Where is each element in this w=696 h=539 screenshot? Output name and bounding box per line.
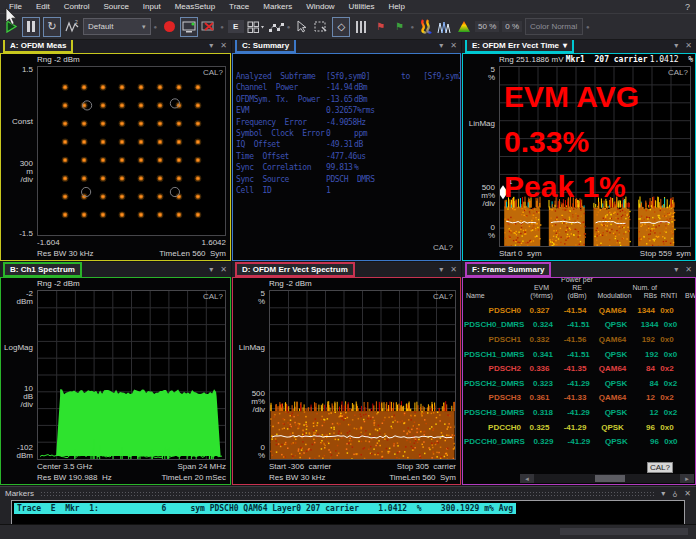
panel-close-icon[interactable]: ✕: [220, 265, 227, 274]
menu-edit[interactable]: Edit: [29, 2, 57, 11]
panel-menu-caret-icon[interactable]: ▾: [674, 265, 678, 274]
density-button[interactable]: [456, 18, 472, 36]
table-row[interactable]: PDSCH00.327-41.54QAM6413440x0: [464, 303, 694, 318]
persistence-button[interactable]: [437, 18, 453, 36]
panel-tab-a[interactable]: A: OFDM Meas: [3, 38, 73, 53]
column-header[interactable]: Power per RE (dBm): [557, 277, 597, 300]
display-on-button[interactable]: [180, 17, 198, 37]
scroll-left-icon[interactable]: ◄: [520, 474, 534, 483]
play-button[interactable]: [3, 18, 19, 36]
panel-footer: Res BW 190.988 HzTimeLen 20 mSec: [37, 473, 226, 482]
panel-menu-caret-icon[interactable]: ▾: [209, 41, 213, 50]
constellation-plot[interactable]: [37, 66, 226, 236]
menu-source[interactable]: Source: [96, 2, 135, 11]
column-header[interactable]: Name: [464, 292, 526, 300]
table-row[interactable]: PDSCH20.336-41.35QAM64840x2: [464, 361, 694, 376]
markers-menu-caret-icon[interactable]: ▾: [661, 489, 665, 498]
table-row[interactable]: PDCCH00.325-41.29QPSK960x0: [464, 420, 694, 435]
pause-button[interactable]: [22, 17, 40, 37]
table-header-row: NameEVM (%rms)Power per RE (dBm)Modulati…: [464, 280, 694, 300]
err-vect-spectrum-plot[interactable]: [269, 290, 456, 460]
trace-format-label: LinMag: [233, 344, 265, 352]
panel-tab-b[interactable]: B: Ch1 Spectrum: [3, 262, 82, 277]
panel-tab-c[interactable]: C: Summary: [235, 38, 296, 53]
panel-tab-d[interactable]: D: OFDM Err Vect Spectrum: [235, 262, 355, 277]
y-axis-bottom-label: 0%: [233, 444, 265, 460]
x-axis-labels: Start -306 carrierStop 305 carrier: [269, 462, 456, 471]
panel-menu-caret-icon[interactable]: ▾: [439, 265, 443, 274]
trace-format-label: LinMag: [463, 120, 495, 128]
marker-flag-red-button[interactable]: ⚑: [372, 18, 388, 36]
spectrogram-button[interactable]: [418, 18, 434, 36]
panel-menu-caret-icon[interactable]: ▾: [209, 265, 213, 274]
table-row[interactable]: PDSCH0_DMRS0.324-41.51QPSK13440x0: [464, 318, 694, 333]
y-axis-top-label: 5%: [463, 66, 495, 82]
column-header[interactable]: BW: [681, 292, 696, 300]
help-icon[interactable]: ?: [685, 2, 690, 12]
menu-markers[interactable]: Markers: [256, 2, 299, 11]
panel-close-icon[interactable]: ✕: [450, 41, 457, 50]
measurement-e-button[interactable]: E: [228, 20, 244, 33]
chevron-down-icon: ▾: [142, 23, 146, 31]
menu-bar: FileEditControlSourceInputMeasSetupTrace…: [0, 0, 696, 13]
summary-row: Symbol Clock Error0ppm: [236, 129, 458, 140]
panel-menu-caret-icon[interactable]: ▾: [439, 41, 443, 50]
select-cursor-button[interactable]: [294, 18, 310, 36]
trace-format-label: LogMag: [1, 344, 33, 352]
table-row[interactable]: PDSCH2_DMRS0.323-41.29QPSK840x2: [464, 376, 694, 391]
zoom-select-button[interactable]: [313, 18, 329, 36]
scrollbar-track[interactable]: [534, 474, 680, 483]
restart-button[interactable]: ↻: [43, 17, 61, 37]
table-row[interactable]: PDSCH1_DMRS0.341-41.51QPSK1920x0: [464, 347, 694, 362]
column-header[interactable]: EVM (%rms): [526, 284, 557, 300]
marker-lines-button[interactable]: [353, 18, 369, 36]
menu-trace[interactable]: Trace: [222, 2, 256, 11]
y-axis-bottom-label: 0%: [463, 224, 495, 240]
panel-close-icon[interactable]: ✕: [685, 41, 692, 50]
preset-dropdown[interactable]: Default ▾: [83, 18, 151, 35]
svg-text:2: 2: [75, 20, 78, 25]
panel-tab-e[interactable]: E: OFDM Err Vect Time▾: [465, 38, 574, 53]
y-axis-scale-label: 500m%/div: [233, 390, 265, 414]
horizontal-scrollbar[interactable]: ◄ ►: [520, 474, 694, 483]
marker-row[interactable]: Trace E Mkr 1: 6 sym PDSCH0 QAM64 Layer0…: [14, 503, 516, 514]
menu-help[interactable]: Help: [381, 2, 411, 11]
column-header[interactable]: Modulation: [597, 292, 632, 300]
spectrum-plot[interactable]: [37, 290, 226, 460]
marker-diamond-button[interactable]: ◇: [332, 17, 350, 37]
panel-tab-f[interactable]: F: Frame Summary: [465, 262, 551, 277]
panel-close-icon[interactable]: ✕: [685, 265, 692, 274]
column-header[interactable]: RNTI: [657, 292, 681, 300]
menu-input[interactable]: Input: [136, 2, 168, 11]
column-header[interactable]: Num. of RBs: [632, 284, 657, 300]
markers-close-icon[interactable]: ✕: [684, 489, 691, 498]
menu-control[interactable]: Control: [57, 2, 97, 11]
panel-menu-caret-icon[interactable]: ▾: [674, 41, 678, 50]
menu-file[interactable]: File: [2, 2, 29, 11]
panel-summary: C: Summary ▾✕ Analyzed Subframe[Sf0,sym0…: [232, 38, 461, 261]
persistence-pct[interactable]: 50 %: [475, 21, 499, 32]
y-axis-bottom-label: -1.5: [1, 230, 33, 238]
table-row[interactable]: PDSCH3_DMRS0.318-41.29QPSK120x2: [464, 405, 694, 420]
threshold-pct[interactable]: 0 %: [502, 21, 522, 32]
table-row[interactable]: PDCCH0_DMRS0.329-41.29QPSK960x0: [464, 434, 694, 449]
table-row[interactable]: PDSCH30.361-41.33QAM64120x2: [464, 391, 694, 406]
scrollbar-thumb[interactable]: [595, 475, 624, 482]
x-axis-labels: Start 0 symStop 559 sym: [499, 249, 691, 258]
display-off-button[interactable]: [201, 18, 217, 36]
panel-close-icon[interactable]: ✕: [220, 41, 227, 50]
marker-flag-green-button[interactable]: ⚑: [391, 18, 407, 36]
scroll-right-icon[interactable]: ►: [680, 474, 694, 483]
menu-meassetup[interactable]: MeasSetup: [168, 2, 222, 11]
table-row[interactable]: PDSCH10.332-41.56QAM641920x0: [464, 332, 694, 347]
layout-grid-button[interactable]: [247, 18, 265, 36]
panel-close-icon[interactable]: ✕: [450, 265, 457, 274]
panel-body: Rng 251.1886 mV Mkr1 207 carrier 1.0412 …: [462, 53, 696, 261]
markers-pin-icon[interactable]: ⚲: [672, 489, 677, 498]
sweep-settings-button[interactable]: 2: [64, 18, 80, 36]
menu-utilities[interactable]: Utilities: [342, 2, 382, 11]
trace-points-button[interactable]: [268, 18, 284, 36]
color-mode-dropdown[interactable]: Color Normal: [525, 18, 583, 35]
record-button[interactable]: [161, 18, 177, 36]
menu-window[interactable]: Window: [299, 2, 341, 11]
